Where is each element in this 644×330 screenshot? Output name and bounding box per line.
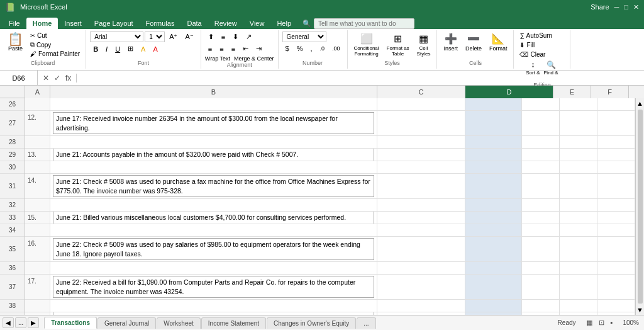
cell-g30[interactable] [597,161,635,173]
normal-view-button[interactable]: ▦ [584,317,595,328]
cell-e35[interactable] [522,237,560,261]
conditional-formatting-button[interactable]: ⬜ ConditionalFormatting [352,31,382,58]
close-icon[interactable]: ✕ [633,3,639,11]
cell-b35[interactable]: June 22: Check # 5009 was used to pay sa… [50,237,377,261]
tab-data[interactable]: Data [180,18,208,29]
row-num-36[interactable]: 36 [0,262,25,275]
scroll-thumb[interactable] [638,110,643,304]
cell-g31[interactable] [597,174,635,198]
tab-formulas[interactable]: Formulas [140,18,181,29]
cell-a37[interactable]: 17. [25,275,50,299]
insert-function-button[interactable]: fx [64,74,72,82]
row-num-34[interactable]: 34 [0,224,25,237]
page-layout-view-button[interactable]: ⊡ [596,317,607,328]
col-header-f[interactable]: F [591,86,629,98]
sheet-tab-transactions[interactable]: Transactions [44,317,97,329]
cell-d38[interactable] [465,300,522,312]
cell-d37[interactable] [465,275,522,299]
cell-e33[interactable] [522,212,560,224]
cell-f29[interactable] [560,149,597,161]
align-left-button[interactable]: ≡ [205,44,215,54]
cell-g28[interactable] [597,136,635,148]
clear-button[interactable]: ⌫ Clear [518,50,547,59]
cell-d27[interactable] [465,111,522,135]
cell-f28[interactable] [560,136,597,148]
row-num-30[interactable]: 30 [0,161,25,174]
cell-b31[interactable]: June 21: Check # 5008 was used to purcha… [50,174,377,198]
increase-decimal-button[interactable]: .00 [329,44,343,53]
paste-button[interactable]: 📋 Paste [4,31,27,53]
cell-e34[interactable] [522,224,560,236]
cell-a26[interactable] [25,98,50,110]
cell-b27[interactable]: June 17: Received invoice number 26354 i… [50,111,377,135]
cell-f32[interactable] [560,199,597,211]
font-name-select[interactable]: Arial [90,31,143,42]
formula-confirm-button[interactable]: ✓ [53,74,62,82]
cell-g38[interactable] [597,300,635,312]
cell-c36[interactable] [377,262,465,274]
vertical-scrollbar[interactable]: ▲ ▼ [635,98,644,315]
sheet-tab-changes-equity[interactable]: Changes in Owner's Equity [267,317,356,329]
cell-c27[interactable] [377,111,465,135]
cell-d30[interactable] [465,161,522,173]
copy-button[interactable]: ⧉ Copy [28,40,82,49]
cell-a31[interactable]: 14. [25,174,50,198]
insert-button[interactable]: ➕ Insert [441,31,460,53]
border-button[interactable]: ⊞ [125,43,136,54]
wrap-text-button[interactable]: Wrap Text [205,55,230,62]
cell-d32[interactable] [465,199,522,211]
cell-f34[interactable] [560,224,597,236]
cell-a27[interactable]: 12. [25,111,50,135]
cell-c33[interactable] [377,212,465,224]
align-bottom-button[interactable]: ⬇ [230,31,242,42]
cell-f36[interactable] [560,262,597,274]
cell-styles-button[interactable]: ▦ CellStyles [414,31,433,58]
tab-prev-button[interactable]: ◀ [3,317,14,328]
cell-d28[interactable] [465,136,522,148]
cell-f27[interactable] [560,111,597,135]
maximize-icon[interactable]: □ [624,3,628,11]
cell-c37[interactable] [377,275,465,299]
cell-e32[interactable] [522,199,560,211]
cell-f30[interactable] [560,161,597,173]
align-center-button[interactable]: ≡ [216,44,226,54]
cell-d34[interactable] [465,224,522,236]
cell-f35[interactable] [560,237,597,261]
cell-f33[interactable] [560,212,597,224]
cell-b30[interactable] [50,161,377,173]
cell-c26[interactable] [377,98,465,110]
underline-button[interactable]: U [112,44,123,54]
sheet-tab-income-statement[interactable]: Income Statement [201,317,266,329]
format-button[interactable]: 📐 Format [487,31,510,53]
cell-e30[interactable] [522,161,560,173]
cell-g35[interactable] [597,237,635,261]
cut-button[interactable]: ✂ Cut [28,31,82,40]
comma-button[interactable]: , [307,43,315,54]
tab-page-layout[interactable]: Page Layout [88,18,140,29]
search-input[interactable] [314,18,414,29]
cell-a36[interactable] [25,262,50,274]
font-color-button[interactable]: A [150,44,160,54]
font-size-select[interactable]: 10 [145,31,165,42]
scroll-up-button[interactable]: ▲ [635,98,644,108]
cell-c29[interactable] [377,149,465,161]
cell-a38[interactable] [25,300,50,312]
decrease-font-button[interactable]: A⁻ [182,31,196,42]
cell-e26[interactable] [522,98,560,110]
cell-g34[interactable] [597,224,635,236]
cell-a29[interactable]: 13. [25,149,50,161]
cell-a33[interactable]: 15. [25,212,50,224]
currency-button[interactable]: $ [282,43,292,54]
col-header-g[interactable]: G [629,86,644,98]
cell-f31[interactable] [560,174,597,198]
cell-e29[interactable] [522,149,560,161]
increase-indent-button[interactable]: ⇥ [253,43,265,54]
row-num-35[interactable]: 35 [0,237,25,262]
cell-c32[interactable] [377,199,465,211]
col-header-d[interactable]: D [465,86,553,98]
cell-c31[interactable] [377,174,465,198]
cell-c38[interactable] [377,300,465,312]
cell-d35[interactable] [465,237,522,261]
cell-c35[interactable] [377,237,465,261]
col-header-a[interactable]: A [25,86,50,98]
